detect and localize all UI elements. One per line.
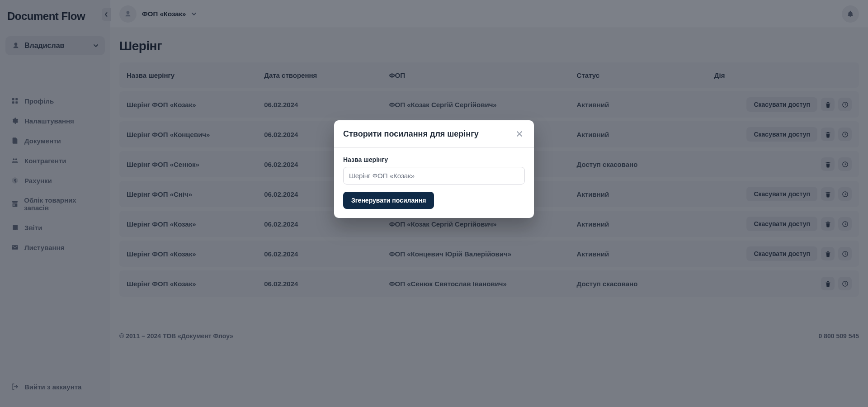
- create-sharing-link-modal: Створити посилання для шерінгу Назва шер…: [334, 120, 534, 218]
- sharing-name-input[interactable]: [343, 167, 525, 185]
- close-icon: [516, 131, 523, 137]
- modal-overlay[interactable]: Створити посилання для шерінгу Назва шер…: [0, 0, 868, 407]
- generate-link-button[interactable]: Згенерувати посилання: [343, 192, 434, 209]
- modal-title: Створити посилання для шерінгу: [343, 129, 479, 139]
- modal-close-button[interactable]: [514, 128, 525, 139]
- sharing-name-label: Назва шерінгу: [343, 156, 525, 163]
